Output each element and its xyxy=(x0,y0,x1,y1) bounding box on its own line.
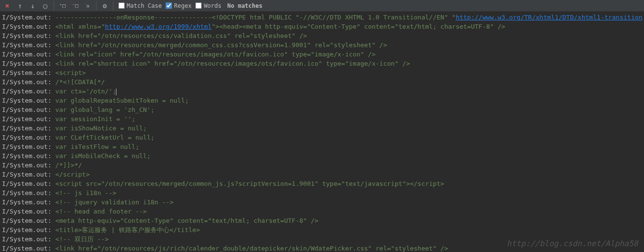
log-prefix: I/System.out: xyxy=(2,14,56,21)
log-content: <html xmlns=" xyxy=(56,23,105,30)
log-line: I/System.out: <!-- 双日历 --> xyxy=(2,234,644,244)
log-line: I/System.out: <link href="/otn/resources… xyxy=(2,40,644,50)
match-case-input[interactable] xyxy=(118,2,125,9)
log-prefix: I/System.out: xyxy=(2,235,56,243)
log-line: I/System.out: <script src="/otn/resource… xyxy=(2,179,644,188)
log-content: <script> xyxy=(56,69,86,76)
log-line: I/System.out: <link rel="icon" href="/ot… xyxy=(2,50,644,59)
close-icon[interactable]: ✖ xyxy=(2,1,13,11)
regex-input[interactable] xyxy=(166,2,172,9)
arrow-up-icon[interactable]: ↑ xyxy=(15,1,25,11)
find-toolbar: ✖ ↑ ↓ ◯ ⁺□ ⁻□ ⇲ ⚙ Match Case Regex Words… xyxy=(0,0,644,12)
log-prefix: I/System.out: xyxy=(2,217,56,224)
log-prefix: I/System.out: xyxy=(2,88,56,95)
log-content: "><head><meta http-equiv="Content-Type" … xyxy=(211,23,505,30)
log-line: I/System.out: <!-- js i18n --> xyxy=(2,188,644,198)
match-status: No matches xyxy=(227,2,263,9)
log-content: var isMobileCheck = null; xyxy=(56,152,151,160)
log-line: I/System.out: <meta http-equiv="Content-… xyxy=(2,216,644,225)
text-cursor xyxy=(116,89,116,95)
log-line: I/System.out: <link href="/otn/resources… xyxy=(2,31,644,40)
log-content: var ctx='/otn/'; xyxy=(56,88,116,95)
logcat-output[interactable]: I/System.out: ----------------onResponse… xyxy=(0,12,644,252)
log-content: <title>客运服务 | 铁路客户服务中心</title> xyxy=(56,226,200,234)
log-line: I/System.out: var global_lang = 'zh_CN'; xyxy=(2,105,644,114)
log-line: I/System.out: var isMobileCheck = null; xyxy=(2,151,644,161)
log-prefix: I/System.out: xyxy=(2,69,56,76)
log-content: <link rel="icon" href="/otn/resources/im… xyxy=(56,51,376,58)
arrow-down-icon[interactable]: ↓ xyxy=(27,1,38,11)
log-line: I/System.out: <link rel="shortcut icon" … xyxy=(2,59,644,68)
log-prefix: I/System.out: xyxy=(2,143,56,150)
log-prefix: I/System.out: xyxy=(2,162,56,169)
regex-label: Regex xyxy=(174,2,191,9)
log-prefix: I/System.out: xyxy=(2,208,56,215)
log-content: var globalRepeatSubmitToken = null; xyxy=(56,97,189,104)
log-line: I/System.out: <!-- head and footer --> xyxy=(2,207,644,216)
log-content: <!-- head and footer --> xyxy=(56,208,147,215)
log-content: <meta http-equiv="Content-Type" content=… xyxy=(56,217,319,224)
log-line: I/System.out: /*<![CDATA[*/ xyxy=(2,77,644,87)
log-content: var CLeftTicketUrl = null; xyxy=(56,134,155,141)
toolbar-separator xyxy=(96,1,96,10)
match-case-label: Match Case xyxy=(127,2,162,9)
add-selection-icon[interactable]: ⁺□ xyxy=(57,1,68,11)
log-content: <link href="/otn/resources/js/rich/calen… xyxy=(56,245,448,252)
log-prefix: I/System.out: xyxy=(2,41,56,49)
log-line: I/System.out: <script> xyxy=(2,68,644,77)
log-link[interactable]: http://www.w3.org/1999/xhtml xyxy=(105,23,211,30)
log-content: <!-- js i18n --> xyxy=(56,189,116,197)
export-icon[interactable]: ⇲ xyxy=(82,1,93,11)
log-prefix: I/System.out: xyxy=(2,198,56,206)
log-content: <link href="/otn/resources/css/validatio… xyxy=(56,32,307,39)
log-content: /*]]>*/ xyxy=(56,162,82,169)
words-checkbox[interactable]: Words xyxy=(195,2,221,9)
toolbar-separator xyxy=(113,1,114,10)
log-line: I/System.out: /*]]>*/ xyxy=(2,161,644,170)
log-line: I/System.out: var CLeftTicketUrl = null; xyxy=(2,133,644,142)
log-prefix: I/System.out: xyxy=(2,106,56,113)
log-content: <!-- jquery validation i18n --> xyxy=(56,198,174,206)
log-prefix: I/System.out: xyxy=(2,180,56,187)
match-case-checkbox[interactable]: Match Case xyxy=(118,2,162,9)
words-input[interactable] xyxy=(195,2,202,9)
log-prefix: I/System.out: xyxy=(2,115,56,123)
log-prefix: I/System.out: xyxy=(2,189,56,197)
log-content: <link href="/otn/resources/merged/common… xyxy=(56,41,387,49)
log-line: I/System.out: <!-- jquery validation i18… xyxy=(2,198,644,207)
log-content: var isShowNotice = null; xyxy=(56,125,147,132)
log-line: I/System.out: <title>客运服务 | 铁路客户服务中心</ti… xyxy=(2,225,644,234)
log-prefix: I/System.out: xyxy=(2,152,56,160)
log-prefix: I/System.out: xyxy=(2,125,56,132)
log-line: I/System.out: var globalRepeatSubmitToke… xyxy=(2,96,644,105)
log-content: ----------------onResponse--------------… xyxy=(56,14,456,21)
log-prefix: I/System.out: xyxy=(2,97,56,104)
log-line: I/System.out: <html xmlns="http://www.w3… xyxy=(2,22,644,31)
log-prefix: I/System.out: xyxy=(2,226,56,234)
log-content: <link rel="shortcut icon" href="/otn/res… xyxy=(56,60,410,67)
log-line: I/System.out: var isShowNotice = null; xyxy=(2,124,644,133)
log-line: I/System.out: <link href="/otn/resources… xyxy=(2,244,644,252)
filter-icon[interactable]: ⚙ xyxy=(99,1,110,11)
toolbar-separator xyxy=(54,1,54,10)
log-content: /*<![CDATA[*/ xyxy=(56,78,105,86)
log-prefix: I/System.out: xyxy=(2,171,56,178)
log-line: I/System.out: </script> xyxy=(2,170,644,179)
log-prefix: I/System.out: xyxy=(2,51,56,58)
log-content: var global_lang = 'zh_CN'; xyxy=(56,106,155,113)
log-prefix: I/System.out: xyxy=(2,32,56,39)
log-prefix: I/System.out: xyxy=(2,245,56,252)
log-prefix: I/System.out: xyxy=(2,23,56,30)
log-line: I/System.out: var ctx='/otn/'; xyxy=(2,87,644,96)
select-all-icon[interactable]: ◯ xyxy=(40,1,51,11)
log-content: var isTestFlow = null; xyxy=(56,143,139,150)
remove-selection-icon[interactable]: ⁻□ xyxy=(70,1,80,11)
words-label: Words xyxy=(204,2,221,9)
regex-checkbox[interactable]: Regex xyxy=(166,2,191,9)
log-prefix: I/System.out: xyxy=(2,60,56,67)
log-content: </script> xyxy=(56,171,90,178)
log-prefix: I/System.out: xyxy=(2,78,56,86)
log-content: <script src="/otn/resources/merged/commo… xyxy=(56,180,444,187)
log-line: I/System.out: var isTestFlow = null; xyxy=(2,142,644,151)
log-link[interactable]: http://www.w3.org/TR/xhtml1/DTD/xhtml1-t… xyxy=(455,14,643,21)
